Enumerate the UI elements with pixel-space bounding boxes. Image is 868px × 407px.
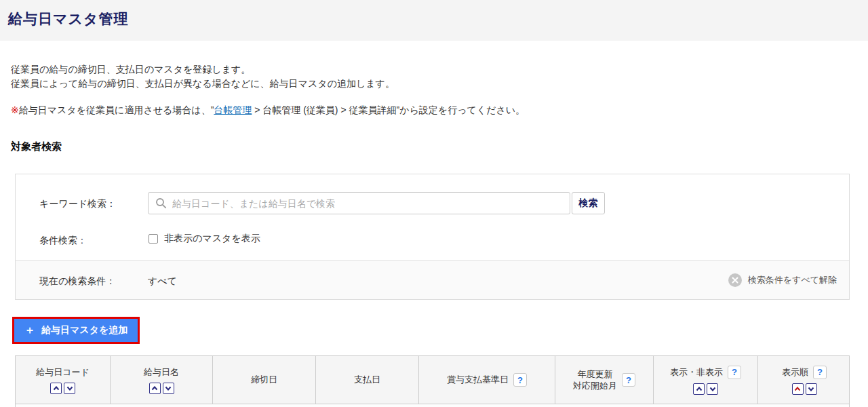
sort-ascending-button[interactable] (693, 383, 705, 395)
column-header-visibility: 表示・非表示? (654, 356, 758, 404)
column-label: 賞与支払基準日 (447, 374, 509, 386)
condition-search-label: 条件検索： (39, 235, 87, 247)
column-label: 年度更新対応開始月 (573, 368, 617, 391)
column-header-annual-update-start-month: 年度更新対応開始月? (555, 356, 654, 404)
note-before-link: 給与日マスタを従業員に適用させる場合は、” (19, 104, 214, 115)
table-header-row: 給与日コード給与日名締切日支払日賞与支払基準日?年度更新対応開始月?表示・非表示… (15, 355, 850, 404)
column-header-payment-date: 支払日 (316, 356, 419, 404)
note-text: ※給与日マスタを従業員に適用させる場合は、”台帳管理 > 台帳管理 (従業員) … (11, 104, 525, 117)
plus-icon: ＋ (24, 324, 35, 338)
help-icon[interactable]: ? (728, 366, 741, 379)
column-header-payday-code: 給与日コード (16, 356, 111, 404)
column-label: 締切日 (251, 374, 277, 386)
sort-descending-button[interactable] (64, 383, 75, 394)
table-first-row-partial (15, 404, 850, 407)
note-asterisk: ※ (11, 104, 19, 115)
clear-all-conditions-label: 検索条件をすべて解除 (748, 274, 837, 286)
search-button[interactable]: 検索 (572, 192, 605, 214)
current-conditions-value: すべて (148, 275, 177, 288)
show-hidden-masters-option[interactable]: 非表示のマスタを表示 (149, 233, 260, 245)
page-title-band (0, 0, 868, 41)
target-search-heading: 対象者検索 (11, 140, 62, 153)
page-title: 給与日マスタ管理 (8, 9, 128, 28)
intro-line-1: 従業員の給与の締切日、支払日のマスタを登録します。 (11, 62, 395, 77)
keyword-search-field[interactable] (148, 192, 570, 214)
sort-descending-button[interactable] (707, 383, 718, 395)
sort-descending-button[interactable] (163, 383, 174, 394)
column-label: 表示・非表示 (670, 366, 723, 379)
current-conditions-label: 現在の検索条件： (39, 275, 115, 288)
column-label: 表示順 (782, 366, 808, 379)
add-payday-master-label: 給与日マスタを追加 (41, 324, 127, 336)
search-panel: キーワード検索： 検索 条件検索： 非表示のマスタを表示 現在の検索条件： すべ… (15, 174, 850, 300)
sort-descending-button[interactable] (806, 383, 817, 395)
help-icon[interactable]: ? (813, 366, 827, 379)
note-after-link: > 台帳管理 (従業員) > 従業員詳細”から設定を行ってください。 (252, 104, 525, 115)
show-hidden-masters-checkbox[interactable] (149, 234, 158, 244)
column-header-bonus-base-date: 賞与支払基準日? (419, 356, 555, 404)
clear-circle-x-icon[interactable] (728, 273, 742, 287)
sort-ascending-button[interactable] (792, 383, 804, 395)
clear-all-conditions-button[interactable]: 検索条件をすべて解除 (728, 261, 837, 299)
red-annotation-box: ＋ 給与日マスタを追加 (12, 317, 140, 344)
sort-ascending-button[interactable] (149, 383, 161, 394)
search-icon (155, 197, 167, 209)
ledger-management-link[interactable]: 台帳管理 (214, 104, 252, 115)
help-icon[interactable]: ? (513, 373, 527, 387)
add-payday-master-button[interactable]: ＋ 給与日マスタを追加 (14, 319, 138, 342)
column-header-display-order: 表示順? (758, 356, 850, 404)
intro-line-2: 従業員によって給与の締切日、支払日が異なる場合などに、給与日マスタの追加します。 (11, 77, 395, 91)
column-label: 給与日コード (36, 366, 90, 379)
current-conditions-row: 現在の検索条件： すべて 検索条件をすべて解除 (16, 260, 849, 299)
keyword-search-label: キーワード検索： (39, 198, 116, 210)
column-label: 給与日名 (144, 366, 179, 379)
help-icon[interactable]: ? (622, 373, 635, 387)
column-header-payday-name: 給与日名 (111, 356, 213, 404)
column-header-closing-date: 締切日 (213, 356, 316, 404)
intro-text: 従業員の給与の締切日、支払日のマスタを登録します。 従業員によって給与の締切日、… (11, 62, 395, 91)
sort-ascending-button[interactable] (50, 383, 62, 394)
column-label: 支払日 (354, 374, 380, 386)
show-hidden-masters-label: 非表示のマスタを表示 (164, 233, 260, 245)
keyword-search-input[interactable] (172, 193, 570, 214)
payday-master-page: 給与日マスタ管理 従業員の給与の締切日、支払日のマスタを登録します。 従業員によ… (0, 0, 868, 407)
